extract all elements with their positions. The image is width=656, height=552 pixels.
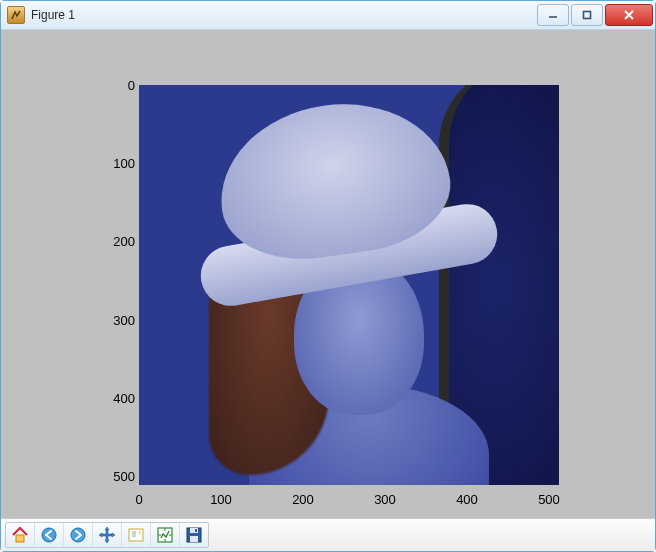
- forward-button[interactable]: [63, 523, 92, 547]
- svg-rect-1: [16, 535, 24, 542]
- y-tick-label: 300: [95, 313, 135, 328]
- zoom-button[interactable]: [121, 523, 150, 547]
- titlebar[interactable]: Figure 1: [1, 1, 655, 30]
- plot-canvas[interactable]: 0 100 200 300 400 500 0 100 200 300 400 …: [1, 30, 655, 518]
- image-axes: [139, 85, 559, 485]
- y-tick-label: 500: [95, 469, 135, 484]
- x-tick-label: 400: [447, 492, 487, 507]
- close-button[interactable]: [605, 4, 653, 26]
- svg-rect-0: [584, 12, 591, 19]
- svg-rect-8: [190, 536, 198, 542]
- svg-point-3: [71, 528, 85, 542]
- y-tick-label: 200: [95, 234, 135, 249]
- y-tick-label: 0: [95, 78, 135, 93]
- toolbar-group: [5, 522, 209, 548]
- svg-rect-9: [195, 529, 197, 532]
- configure-subplots-icon: [156, 526, 174, 544]
- svg-point-2: [42, 528, 56, 542]
- arrow-right-icon: [69, 526, 87, 544]
- maximize-icon: [582, 10, 592, 20]
- home-icon: [11, 526, 29, 544]
- arrow-left-icon: [40, 526, 58, 544]
- window-controls: [535, 4, 653, 26]
- window-title: Figure 1: [31, 8, 535, 22]
- x-tick-label: 200: [283, 492, 323, 507]
- y-tick-label: 100: [95, 156, 135, 171]
- save-button[interactable]: [179, 523, 208, 547]
- pan-button[interactable]: [92, 523, 121, 547]
- back-button[interactable]: [34, 523, 63, 547]
- maximize-button[interactable]: [571, 4, 603, 26]
- subplots-button[interactable]: [150, 523, 179, 547]
- x-tick-label: 100: [201, 492, 241, 507]
- y-tick-label: 400: [95, 391, 135, 406]
- x-tick-label: 500: [529, 492, 569, 507]
- move-icon: [98, 526, 116, 544]
- minimize-button[interactable]: [537, 4, 569, 26]
- home-button[interactable]: [6, 523, 34, 547]
- navigation-toolbar: [1, 518, 655, 551]
- x-tick-label: 0: [119, 492, 159, 507]
- svg-rect-4: [129, 529, 143, 541]
- minimize-icon: [548, 10, 558, 20]
- zoom-rect-icon: [127, 526, 145, 544]
- save-icon: [185, 526, 203, 544]
- figure-window: Figure 1 0 100 200 300 400 500: [0, 0, 656, 552]
- x-tick-label: 300: [365, 492, 405, 507]
- close-icon: [623, 10, 635, 20]
- app-icon: [7, 6, 25, 24]
